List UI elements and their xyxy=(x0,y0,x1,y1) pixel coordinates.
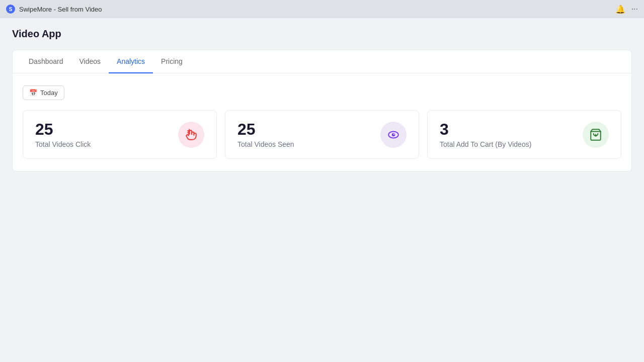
cart-icon xyxy=(589,128,602,141)
svg-line-0 xyxy=(189,129,190,130)
browser-bar: S SwipeMore - Sell from Video 🔔 ··· xyxy=(0,0,644,18)
svg-line-1 xyxy=(188,130,189,131)
stat-value-add-to-cart: 3 xyxy=(440,121,531,138)
date-filter-button[interactable]: 📅 Today xyxy=(23,85,64,100)
notification-icon[interactable]: 🔔 xyxy=(615,5,625,14)
page-title: Video App xyxy=(12,28,632,40)
stat-info-videos-click: 25 Total Videos Click xyxy=(35,121,91,148)
more-options-icon[interactable]: ··· xyxy=(631,5,638,14)
stat-card-videos-click: 25 Total Videos Click xyxy=(23,110,217,159)
content-area: 📅 Today 25 Total Videos Click xyxy=(13,73,631,171)
browser-bar-right: 🔔 ··· xyxy=(615,5,638,14)
eye-icon xyxy=(387,128,400,141)
svg-point-4 xyxy=(392,133,395,136)
stat-value-videos-click: 25 xyxy=(35,121,91,138)
stat-icon-circle-videos-seen xyxy=(380,122,407,148)
stat-info-add-to-cart: 3 Total Add To Cart (By Videos) xyxy=(440,121,531,148)
tab-pricing[interactable]: Pricing xyxy=(153,50,191,73)
browser-tab-title: SwipeMore - Sell from Video xyxy=(19,6,102,13)
app-favicon: S xyxy=(6,5,15,14)
tab-bar: Dashboard Videos Analytics Pricing xyxy=(13,50,631,73)
tab-dashboard[interactable]: Dashboard xyxy=(21,50,71,73)
stat-value-videos-seen: 25 xyxy=(237,121,294,138)
stat-info-videos-seen: 25 Total Videos Seen xyxy=(237,121,294,148)
stat-icon-circle-add-to-cart xyxy=(583,122,609,148)
stat-label-videos-seen: Total Videos Seen xyxy=(237,140,294,148)
stat-card-videos-seen: 25 Total Videos Seen xyxy=(225,110,419,159)
svg-point-5 xyxy=(393,133,394,134)
tab-videos[interactable]: Videos xyxy=(71,50,109,73)
stat-icon-circle-videos-click xyxy=(178,122,204,148)
stats-grid: 25 Total Videos Click xyxy=(23,110,621,159)
stat-label-videos-click: Total Videos Click xyxy=(35,140,91,148)
main-card: Dashboard Videos Analytics Pricing 📅 Tod… xyxy=(12,50,632,171)
browser-bar-left: S SwipeMore - Sell from Video xyxy=(6,5,102,14)
app-container: Video App Dashboard Videos Analytics Pri… xyxy=(0,18,644,362)
click-icon xyxy=(185,128,198,141)
stat-card-add-to-cart: 3 Total Add To Cart (By Videos) xyxy=(427,110,621,159)
stat-label-add-to-cart: Total Add To Cart (By Videos) xyxy=(440,140,531,148)
calendar-icon: 📅 xyxy=(29,89,37,97)
date-filter-label: Today xyxy=(40,89,58,97)
tab-analytics[interactable]: Analytics xyxy=(109,50,153,73)
